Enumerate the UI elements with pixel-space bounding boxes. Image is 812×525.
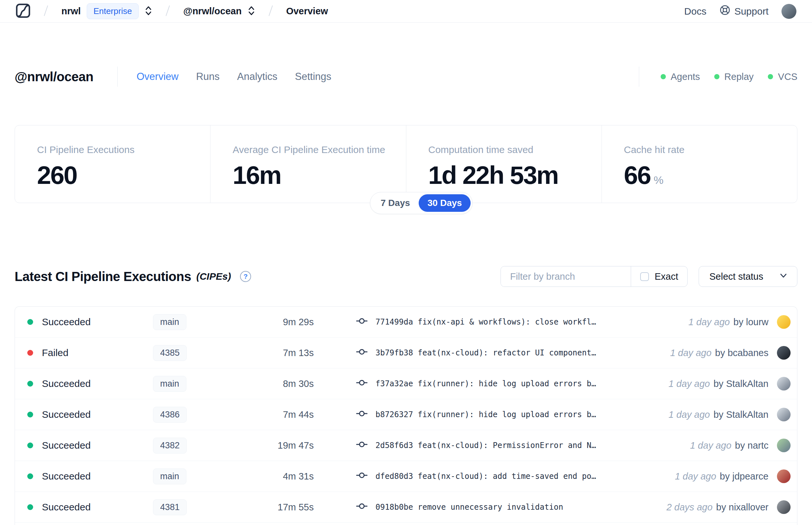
author-avatar bbox=[777, 439, 791, 452]
meta-cell: 1 day ago by StalkAltan bbox=[669, 408, 797, 421]
page-title: @nrwl/ocean bbox=[15, 70, 93, 84]
status-dot-icon bbox=[27, 504, 33, 510]
nx-cloud-logo-icon[interactable] bbox=[16, 3, 31, 19]
commit-cell: 3b79fb38 feat(nx-cloud): refactor UI com… bbox=[356, 346, 596, 360]
cipe-row[interactable]: Succeeded main 9m 29s 771499da fix(nx-ap… bbox=[15, 307, 797, 338]
service-status[interactable]: VCS bbox=[768, 72, 797, 82]
meta-cell: 1 day ago by nartc bbox=[690, 439, 797, 452]
service-status-label: Replay bbox=[724, 72, 753, 82]
status-select-label: Select status bbox=[709, 271, 763, 282]
time-ago: 1 day ago bbox=[690, 440, 731, 451]
branch-cell: 4381 bbox=[153, 499, 223, 515]
date-range-toggle: 7 Days 30 Days bbox=[370, 192, 473, 214]
status-cell: Succeeded bbox=[15, 378, 153, 389]
org-selector[interactable]: nrwl Enterprise bbox=[61, 3, 152, 19]
stats-cards: CI Pipeline Executions 260 Average CI Pi… bbox=[15, 125, 797, 203]
status-label: Succeeded bbox=[42, 409, 91, 420]
author: by bcabanes bbox=[715, 348, 768, 358]
service-status[interactable]: Replay bbox=[714, 72, 753, 82]
docs-link[interactable]: Docs bbox=[684, 6, 706, 17]
service-status[interactable]: Agents bbox=[661, 72, 700, 82]
time-ago: 1 day ago bbox=[669, 378, 710, 389]
git-commit-icon bbox=[356, 408, 368, 421]
stat-label: Average CI Pipeline Execution time bbox=[232, 144, 399, 155]
tab[interactable]: Overview bbox=[136, 71, 178, 82]
author: by jdpearce bbox=[720, 471, 768, 482]
chevron-up-down-icon[interactable] bbox=[144, 5, 152, 17]
stat-card: Average CI Pipeline Execution time 16m bbox=[210, 125, 406, 203]
user-avatar[interactable] bbox=[781, 4, 796, 19]
git-commit-icon bbox=[356, 500, 368, 514]
cipe-row[interactable]: Failed 4385 7m 13s 3b79fb38 feat(nx-clou… bbox=[15, 338, 797, 369]
commit-message: 2d58f6d3 feat(nx-cloud): PermissionError… bbox=[376, 441, 596, 450]
tab[interactable]: Runs bbox=[196, 71, 219, 82]
cipe-row[interactable]: Succeeded 4386 7m 44s b8726327 fix(runne… bbox=[15, 399, 797, 430]
duration-cell: 7m 44s bbox=[223, 409, 314, 420]
commit-message: f37a32ae fix(runner): hide log upload er… bbox=[376, 379, 596, 388]
duration-cell: 19m 47s bbox=[223, 440, 314, 451]
branch-filter-group: Exact bbox=[501, 266, 688, 287]
status-dot-icon bbox=[27, 381, 33, 387]
life-buoy-icon bbox=[719, 4, 731, 18]
cipe-row[interactable]: Succeeded main 4m 31s dfed80d3 feat(nx-c… bbox=[15, 461, 797, 492]
status-cell: Failed bbox=[15, 347, 153, 358]
status-label: Succeeded bbox=[42, 471, 91, 482]
branch-badge: main bbox=[153, 468, 186, 484]
branch-cell: 4382 bbox=[153, 438, 223, 453]
meta-cell: 2 days ago by nixallover bbox=[667, 500, 797, 514]
author-avatar bbox=[777, 346, 791, 360]
docs-link-label: Docs bbox=[684, 6, 706, 17]
branch-badge: 4386 bbox=[153, 407, 187, 423]
author: by nartc bbox=[735, 440, 768, 451]
tab[interactable]: Settings bbox=[295, 71, 331, 82]
exact-checkbox[interactable] bbox=[640, 272, 649, 281]
time-ago: 2 days ago bbox=[667, 502, 713, 513]
branch-filter-input[interactable] bbox=[501, 266, 631, 287]
stat-value: 260 bbox=[37, 161, 204, 190]
commit-message: dfed80d3 feat(nx-cloud): add time-saved … bbox=[376, 472, 596, 481]
author-avatar bbox=[777, 469, 791, 483]
chevron-up-down-icon[interactable] bbox=[247, 5, 255, 17]
breadcrumb: nrwl Enterprise @nrwl/ocean bbox=[16, 3, 328, 19]
status-select-dropdown[interactable]: Select status bbox=[699, 266, 797, 287]
workspace-selector[interactable]: @nrwl/ocean bbox=[183, 5, 255, 17]
status-cell: Succeeded bbox=[15, 501, 153, 513]
support-link[interactable]: Support bbox=[719, 4, 768, 18]
meta-cell: 1 day ago by bcabanes bbox=[670, 346, 797, 360]
commit-cell: f37a32ae fix(runner): hide log upload er… bbox=[356, 377, 596, 390]
breadcrumb-page: Overview bbox=[286, 6, 328, 17]
status-dot-icon bbox=[27, 319, 33, 325]
author: by StalkAltan bbox=[714, 378, 768, 389]
workspace-header: @nrwl/ocean Overview Runs Analytics Sett… bbox=[15, 62, 797, 92]
author-avatar bbox=[777, 377, 791, 390]
duration-cell: 9m 29s bbox=[223, 317, 314, 328]
cipes-title: Latest CI Pipeline Executions bbox=[15, 269, 191, 284]
chevron-down-icon bbox=[779, 271, 788, 282]
status-label: Failed bbox=[42, 347, 68, 358]
exact-match-control: Exact bbox=[631, 266, 687, 287]
status-cell: Succeeded bbox=[15, 409, 153, 420]
cipe-row[interactable]: Succeeded main 8m 30s f37a32ae fix(runne… bbox=[15, 369, 797, 399]
time-ago: 1 day ago bbox=[670, 348, 711, 358]
tab[interactable]: Analytics bbox=[237, 71, 277, 82]
range-option-7-days[interactable]: 7 Days bbox=[372, 194, 419, 212]
author: by nixallover bbox=[716, 502, 768, 513]
stat-value: 1d 22h 53m bbox=[428, 161, 595, 190]
stat-label: Computation time saved bbox=[428, 144, 595, 155]
time-ago: 1 day ago bbox=[669, 409, 710, 420]
commit-cell: 2d58f6d3 feat(nx-cloud): PermissionError… bbox=[356, 439, 596, 452]
cipe-row[interactable]: Succeeded 4381 17m 55s 0918b0be remove u… bbox=[15, 492, 797, 523]
breadcrumb-separator bbox=[165, 4, 170, 18]
range-option-30-days-selected[interactable]: 30 Days bbox=[419, 194, 471, 212]
git-commit-icon bbox=[356, 469, 368, 483]
stat-card: Cache hit rate 66% bbox=[601, 125, 797, 203]
help-icon[interactable]: ? bbox=[240, 271, 251, 282]
cipes-filters: Exact Select status bbox=[501, 266, 797, 287]
status-cell: Succeeded bbox=[15, 440, 153, 451]
stat-label: Cache hit rate bbox=[624, 144, 791, 155]
exact-checkbox-label[interactable]: Exact bbox=[655, 271, 678, 282]
stat-label: CI Pipeline Executions bbox=[37, 144, 204, 155]
commit-cell: b8726327 fix(runner): hide log upload er… bbox=[356, 408, 596, 421]
cipe-row[interactable]: Succeeded 4382 19m 47s 2d58f6d3 feat(nx-… bbox=[15, 430, 797, 461]
enterprise-badge: Enterprise bbox=[87, 3, 139, 19]
